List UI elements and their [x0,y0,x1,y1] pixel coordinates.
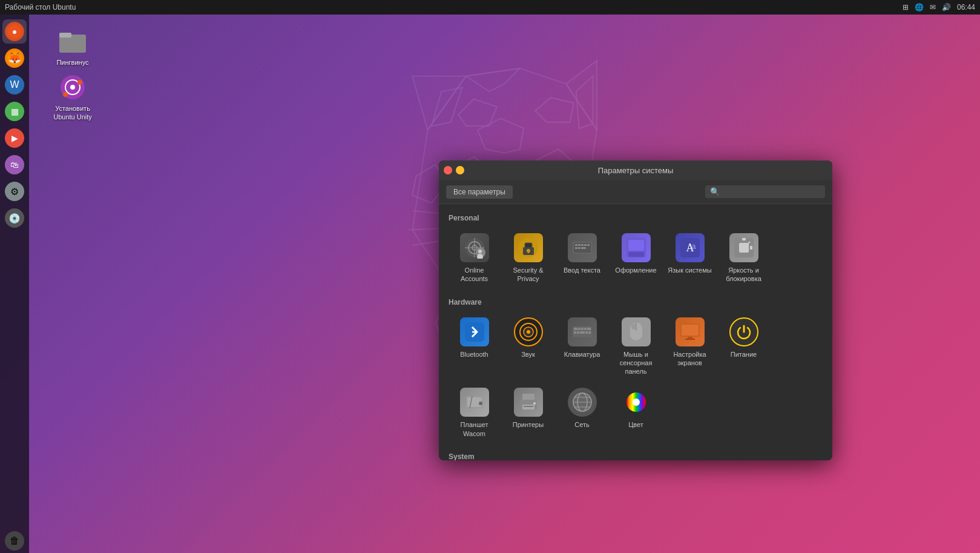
settings-item-bluetooth[interactable]: Bluetooth [449,313,500,381]
settings-item-input[interactable]: Ввод текста [556,228,608,288]
window-minimize-button[interactable]: − [456,166,464,174]
security-label: Security & Privacy [505,266,551,283]
sidebar-item-firefox[interactable]: 🦊 [2,46,27,70]
window-content: Personal [439,204,832,460]
settings-item-color[interactable]: Цвет [610,383,662,443]
search-icon: 🔍 [710,187,720,196]
svg-rect-50 [578,247,580,249]
desktop-icon-ubuntu-unity[interactable]: Установить Ubuntu Unity [48,73,97,122]
window-close-button[interactable]: ✕ [444,166,452,174]
svg-rect-24 [59,33,71,38]
svg-rect-48 [584,244,587,246]
network-icon: ⊞ [903,3,909,12]
printers-label: Принтеры [513,420,544,429]
svg-rect-75 [587,328,591,330]
svg-rect-61 [742,238,746,240]
sidebar-item-impress[interactable]: ▶ [2,126,27,150]
settings-item-security[interactable]: Security & Privacy [502,228,554,288]
online-accounts-label: Online Accounts [451,266,498,283]
svg-rect-87 [685,339,695,340]
svg-rect-76 [574,331,576,334]
svg-point-105 [633,399,640,406]
svg-rect-62 [750,246,752,250]
svg-rect-94 [522,394,534,400]
sidebar-item-appstore[interactable]: 🛍 [2,153,27,177]
desktop-icon-folder[interactable]: Пингвинус [48,27,97,67]
section-header-hardware: Hardware [449,298,823,306]
appearance-label: Оформление [615,266,656,274]
window-title: Параметры системы [598,166,674,175]
color-icon [622,388,651,417]
sidebar-item-trash[interactable]: 🗑 [2,529,27,553]
search-input[interactable] [723,188,820,196]
settings-item-wacom[interactable]: Планшет Wacom [449,383,500,443]
sidebar-item-cdrom[interactable]: 💿 [2,206,27,230]
svg-rect-79 [585,331,588,334]
brightness-label: Яркость и блокировка [720,266,767,283]
wifi-icon: 🌐 [915,3,924,12]
bluetooth-icon [460,317,489,346]
settings-window: ✕ − Параметры системы Все параметры 🔍 Pe… [439,161,832,460]
svg-rect-52 [587,244,590,246]
svg-point-27 [70,85,75,90]
volume-icon: 🔊 [942,3,951,12]
svg-rect-85 [682,325,699,336]
bluetooth-label: Bluetooth [460,350,488,359]
settings-item-network[interactable]: Сеть [556,383,608,443]
settings-item-appearance[interactable]: Оформление [610,228,662,288]
network-label: Сеть [574,420,589,429]
color-label: Цвет [628,420,643,429]
window-titlebar: ✕ − Параметры системы [439,161,832,180]
section-header-system: System [449,452,823,460]
svg-rect-80 [588,331,591,334]
sidebar-item-writer[interactable]: W [2,73,27,97]
input-icon [568,233,597,262]
mouse-icon [622,317,651,346]
sidebar-item-settings[interactable]: ⚙ [2,179,27,204]
ubuntu-unity-icon [58,73,87,102]
sound-icon [514,317,543,346]
svg-rect-72 [578,328,580,330]
settings-item-displays[interactable]: Настройка экранов [664,313,715,381]
settings-item-mouse[interactable]: Мышь и сенсорная панель [610,313,662,381]
svg-rect-54 [628,240,644,251]
all-params-button[interactable]: Все параметры [446,185,513,199]
network-icon [568,388,597,417]
svg-rect-46 [578,244,580,246]
topbar-title: Рабочий стол Ubuntu [5,3,76,12]
window-controls: ✕ − [444,166,464,174]
settings-item-online-accounts[interactable]: Online Accounts [449,228,500,288]
printers-icon [514,388,543,417]
power-label: Питание [731,350,757,359]
svg-rect-77 [577,331,579,334]
sidebar: ● 🦊 W ▦ ▶ 🛍 [0,15,29,553]
sidebar-item-ubuntu[interactable]: ● [2,19,27,44]
section-header-personal: Personal [449,214,823,222]
language-icon: A a [676,233,705,262]
appearance-icon [622,233,651,262]
wacom-label: Планшет Wacom [451,420,498,438]
svg-point-36 [478,250,482,253]
settings-item-language[interactable]: A a Язык системы [664,228,715,288]
settings-item-keyboard[interactable]: Клавиатура [556,313,608,381]
svg-rect-71 [574,328,577,330]
security-icon [514,233,543,262]
svg-rect-47 [581,244,584,246]
settings-item-brightness[interactable]: Яркость и блокировка [718,228,769,288]
search-box: 🔍 [705,185,825,198]
folder-icon [58,27,87,56]
settings-item-power[interactable]: Питание [718,313,769,381]
svg-rect-73 [581,328,584,330]
settings-item-sound[interactable]: Звук [502,313,554,381]
ubuntu-unity-label: Установить Ubuntu Unity [48,104,97,122]
power-icon [729,317,758,346]
svg-point-69 [527,330,530,334]
topbar-right: ⊞ 🌐 ✉ 🔊 06:44 [903,3,975,12]
keyboard-label: Клавиатура [564,350,600,359]
svg-rect-42 [528,251,529,253]
sidebar-item-calc[interactable]: ▦ [2,99,27,124]
svg-rect-39 [525,243,532,248]
window-toolbar: Все параметры 🔍 [439,180,832,204]
settings-item-printers[interactable]: Принтеры [502,383,554,443]
svg-rect-45 [575,244,577,246]
